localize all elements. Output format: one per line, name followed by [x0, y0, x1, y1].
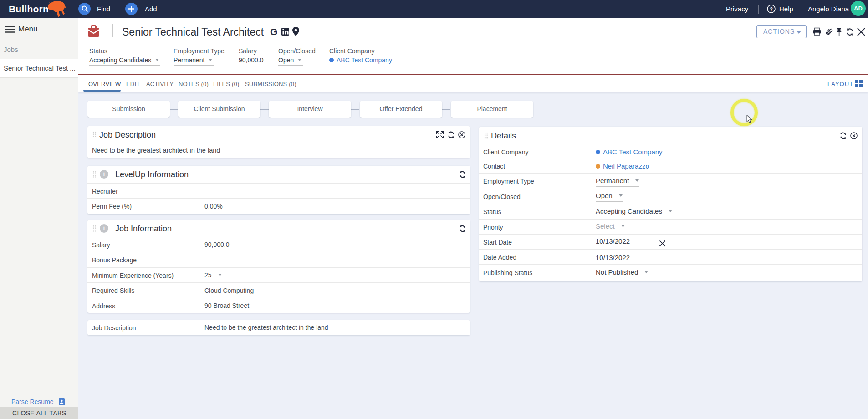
svg-text:?: ? [770, 6, 773, 12]
